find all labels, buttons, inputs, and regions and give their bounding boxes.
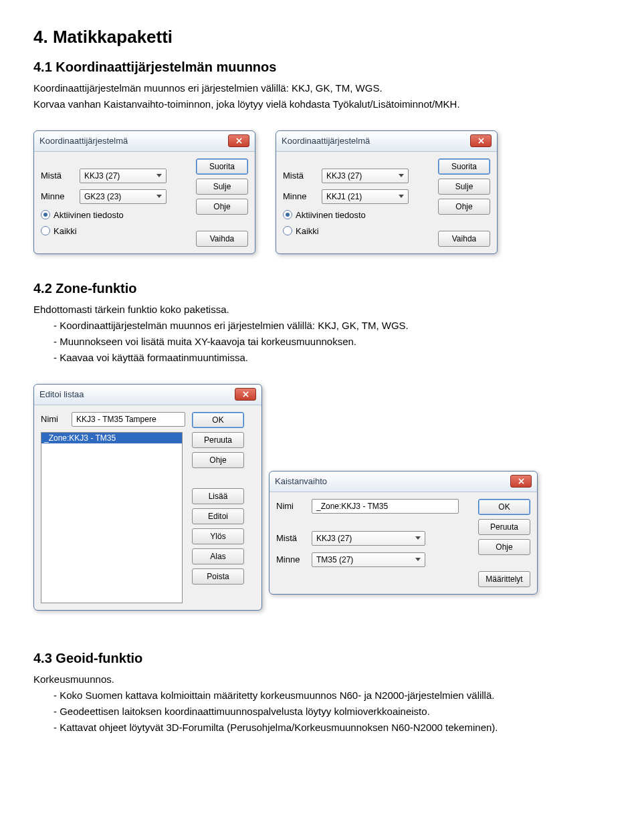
to-label: Minne xyxy=(276,554,306,564)
section-4-1-p2: Korvaa vanhan Kaistanvaihto-toiminnon, j… xyxy=(33,98,609,111)
chevron-down-icon xyxy=(399,174,404,177)
name-value: _Zone:KKJ3 - TM35 xyxy=(316,502,388,511)
from-dropdown[interactable]: KKJ3 (27) xyxy=(80,169,167,183)
chevron-down-icon xyxy=(399,195,404,198)
from-value: KKJ3 (27) xyxy=(326,171,362,181)
from-label: Mistä xyxy=(41,171,74,181)
section-4-1-p1: Koordinaattijärjestelmän muunnos eri jär… xyxy=(33,82,609,95)
from-dropdown[interactable]: KKJ3 (27) xyxy=(322,169,409,183)
section-4-2-p1: Ehdottomasti tärkein funktio koko paketi… xyxy=(33,303,609,316)
name-label: Nimi xyxy=(276,501,306,511)
close-button[interactable]: Sulje xyxy=(438,179,490,195)
chevron-down-icon xyxy=(156,174,162,177)
dialog-title-text: Koordinaattijärjestelmä xyxy=(39,136,128,146)
edit-list-dialog: Editoi listaa Nimi KKJ3 - TM35 Tampere _… xyxy=(33,384,262,611)
delete-button[interactable]: Poista xyxy=(192,568,244,585)
section-4-3-b3: - Kattavat ohjeet löytyvät 3D-Forumilta … xyxy=(54,721,609,734)
name-input[interactable]: _Zone:KKJ3 - TM35 xyxy=(312,499,459,514)
close-icon[interactable] xyxy=(470,134,492,147)
chevron-down-icon xyxy=(415,558,421,561)
down-button[interactable]: Alas xyxy=(192,548,244,564)
to-label: Minne xyxy=(283,191,316,201)
close-button[interactable]: Sulje xyxy=(196,179,248,195)
help-button[interactable]: Ohje xyxy=(192,452,244,468)
swap-button[interactable]: Vaihda xyxy=(438,231,490,247)
section-4-2-b2: - Muunnokseen voi lisätä muita XY-kaavoj… xyxy=(54,335,609,348)
section-4-3-p1: Korkeusmuunnos. xyxy=(33,673,609,686)
chevron-down-icon xyxy=(415,536,421,540)
coord-dialog-left: Koordinaattijärjestelmä Mistä KKJ3 (27) … xyxy=(33,130,255,254)
section-4-2-b1: - Koordinaattijärjestelmän muunnos eri j… xyxy=(54,319,609,332)
chevron-down-icon xyxy=(156,195,162,198)
to-label: Minne xyxy=(41,191,74,201)
page-title: 4. Matikkapaketti xyxy=(33,27,609,47)
section-4-1-title: 4.1 Koordinaattijärjestelmän muunnos xyxy=(33,60,609,75)
radio-icon xyxy=(283,226,292,235)
run-button[interactable]: Suorita xyxy=(196,159,248,175)
to-value: GK23 (23) xyxy=(84,192,121,201)
from-label: Mistä xyxy=(276,533,306,543)
items-listbox[interactable]: _Zone:KKJ3 - TM35 xyxy=(41,432,183,603)
radio-label: Kaikki xyxy=(54,226,77,236)
ok-button[interactable]: OK xyxy=(478,499,530,515)
section-4-3-title: 4.3 Geoid-funktio xyxy=(33,651,609,666)
name-input[interactable]: KKJ3 - TM35 Tampere xyxy=(72,412,185,427)
radio-all[interactable]: Kaikki xyxy=(41,226,189,236)
cancel-button[interactable]: Peruuta xyxy=(478,519,530,535)
to-value: TM35 (27) xyxy=(316,555,353,564)
radio-icon xyxy=(41,210,50,219)
coord-dialog-right: Koordinaattijärjestelmä Mistä KKJ3 (27) … xyxy=(276,130,498,254)
dialog-title-text: Koordinaattijärjestelmä xyxy=(282,136,370,146)
to-dropdown[interactable]: TM35 (27) xyxy=(312,552,425,567)
radio-label: Aktiivinen tiedosto xyxy=(54,210,124,220)
help-button[interactable]: Ohje xyxy=(196,199,248,215)
name-value: KKJ3 - TM35 Tampere xyxy=(76,415,156,424)
to-dropdown[interactable]: KKJ1 (21) xyxy=(322,189,409,204)
name-label: Nimi xyxy=(41,414,66,424)
radio-label: Kaikki xyxy=(296,226,319,236)
cancel-button[interactable]: Peruuta xyxy=(192,432,244,448)
kaistanvaihto-dialog: Kaistanvaihto Nimi _Zone:KKJ3 - TM35 Mis… xyxy=(269,471,538,595)
radio-icon xyxy=(283,210,292,219)
list-item[interactable]: _Zone:KKJ3 - TM35 xyxy=(41,433,182,443)
radio-icon xyxy=(41,226,50,235)
close-icon[interactable] xyxy=(510,475,532,488)
section-4-3-b2: - Geodeettisen laitoksen koordinaattimuu… xyxy=(54,705,609,718)
up-button[interactable]: Ylös xyxy=(192,528,244,544)
radio-label: Aktiivinen tiedosto xyxy=(296,210,366,220)
from-label: Mistä xyxy=(283,171,316,181)
close-icon[interactable] xyxy=(228,134,249,147)
from-dropdown[interactable]: KKJ3 (27) xyxy=(312,531,425,546)
help-button[interactable]: Ohje xyxy=(438,199,490,215)
edit-button[interactable]: Editoi xyxy=(192,508,244,524)
definitions-button[interactable]: Määrittelyt xyxy=(478,571,530,587)
from-value: KKJ3 (27) xyxy=(84,171,120,181)
to-dropdown[interactable]: GK23 (23) xyxy=(80,189,167,204)
run-button[interactable]: Suorita xyxy=(438,159,490,175)
dialog-title-text: Editoi listaa xyxy=(39,389,84,399)
from-value: KKJ3 (27) xyxy=(316,534,352,543)
dialog-title-text: Kaistanvaihto xyxy=(275,476,327,486)
close-icon[interactable] xyxy=(235,388,256,401)
radio-all[interactable]: Kaikki xyxy=(283,226,431,236)
add-button[interactable]: Lisää xyxy=(192,488,244,504)
section-4-2-title: 4.2 Zone-funktio xyxy=(33,281,609,296)
radio-active-file[interactable]: Aktiivinen tiedosto xyxy=(283,210,431,220)
section-4-2-b3: - Kaavaa voi käyttää formaatinmuuntimiss… xyxy=(54,351,609,364)
help-button[interactable]: Ohje xyxy=(478,539,530,555)
swap-button[interactable]: Vaihda xyxy=(196,231,248,247)
ok-button[interactable]: OK xyxy=(192,412,244,428)
section-4-3-b1: - Koko Suomen kattava kolmioittain määri… xyxy=(54,689,609,702)
radio-active-file[interactable]: Aktiivinen tiedosto xyxy=(41,210,189,220)
to-value: KKJ1 (21) xyxy=(326,192,362,201)
